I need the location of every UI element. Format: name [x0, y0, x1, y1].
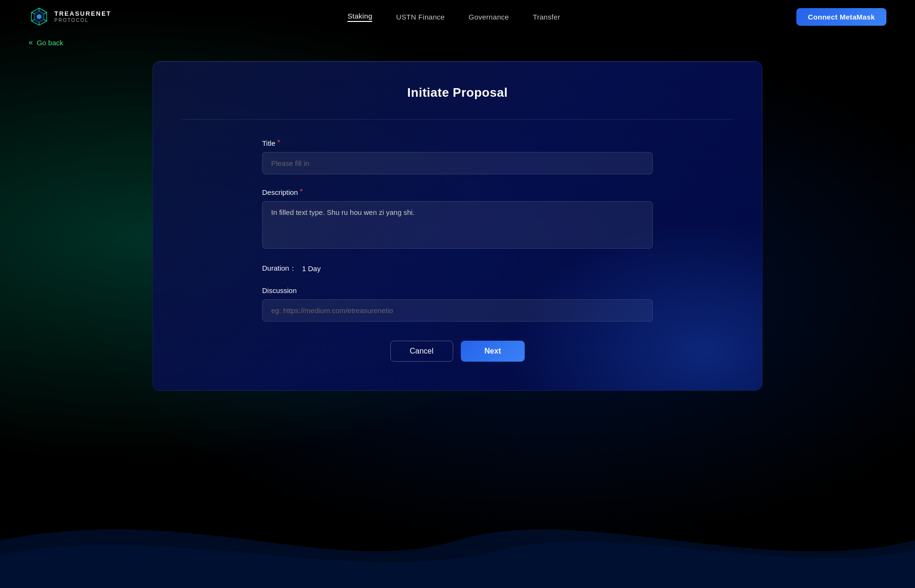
- brand-logo[interactable]: TREASURENET PROTOCOL: [29, 6, 112, 27]
- nav-link-transfer[interactable]: Transfer: [533, 13, 560, 21]
- treasurenet-logo-icon: [29, 6, 50, 27]
- duration-label: Duration：: [262, 264, 296, 273]
- title-label: Title *: [262, 139, 653, 147]
- brand-sub: PROTOCOL: [54, 18, 112, 23]
- brand-text: TREASURENET PROTOCOL: [54, 10, 112, 22]
- wave-decoration: [0, 493, 915, 588]
- svg-point-2: [37, 14, 41, 19]
- main-content: Initiate Proposal Title * Description * …: [0, 51, 915, 400]
- title-input[interactable]: [262, 152, 653, 174]
- svg-line-8: [31, 12, 34, 14]
- cancel-button[interactable]: Cancel: [390, 341, 453, 362]
- chevron-left-icon: «: [29, 38, 33, 47]
- title-field-group: Title *: [262, 139, 653, 174]
- discussion-field-group: Discussion: [262, 286, 653, 322]
- action-buttons: Cancel Next: [182, 341, 733, 362]
- svg-line-4: [44, 12, 47, 14]
- connect-metamask-button[interactable]: Connect MetaMask: [796, 8, 886, 26]
- duration-value: 1 Day: [302, 264, 321, 273]
- navbar: TREASURENET PROTOCOL Staking USTN Financ…: [0, 0, 915, 33]
- discussion-input[interactable]: [262, 299, 653, 322]
- proposal-form-card: Initiate Proposal Title * Description * …: [152, 61, 762, 391]
- nav-link-staking[interactable]: Staking: [347, 12, 372, 22]
- title-divider: [182, 119, 733, 120]
- description-textarea[interactable]: [262, 201, 653, 249]
- svg-line-7: [31, 20, 34, 21]
- nav-link-governance[interactable]: Governance: [468, 13, 509, 21]
- brand-name: TREASURENET: [54, 10, 112, 17]
- go-back-label: Go back: [37, 39, 63, 47]
- description-field-group: Description *: [262, 188, 653, 251]
- next-button[interactable]: Next: [461, 341, 525, 362]
- svg-line-5: [44, 20, 47, 21]
- description-required-star: *: [300, 188, 303, 196]
- go-back-button[interactable]: « Go back: [0, 33, 92, 51]
- title-required-star: *: [277, 139, 280, 147]
- duration-row: Duration： 1 Day: [262, 264, 653, 273]
- description-label: Description *: [262, 188, 653, 196]
- discussion-label: Discussion: [262, 286, 653, 294]
- nav-links: Staking USTN Finance Governance Transfer: [347, 12, 560, 22]
- page-title: Initiate Proposal: [182, 85, 733, 100]
- nav-link-ustn-finance[interactable]: USTN Finance: [396, 13, 445, 21]
